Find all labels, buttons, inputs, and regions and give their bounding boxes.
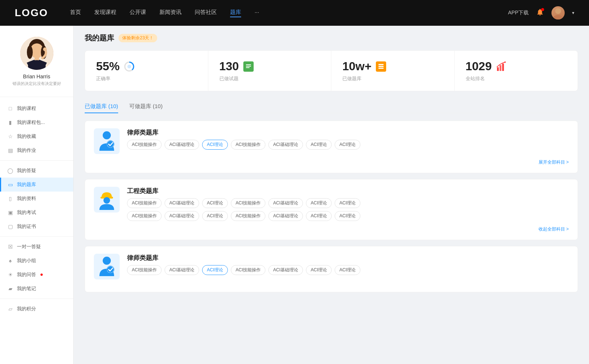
sidebar-item-course[interactable]: □ 我的课程 <box>0 101 73 115</box>
tag[interactable]: ACI技能操作 <box>127 198 162 208</box>
collapse-btn-engineer1[interactable]: 收起全部科目 > <box>539 226 569 232</box>
tag[interactable]: ACI基础理论 <box>268 265 303 275</box>
tags-row1-engineer1: ACI技能操作 ACI基础理论 ACI理论 ACI技能操作 ACI基础理论 AC… <box>127 198 569 208</box>
sidebar-item-label: 我的课程包... <box>17 119 45 126</box>
nav-home[interactable]: 首页 <box>70 9 81 17</box>
tag[interactable]: ACI技能操作 <box>127 140 162 150</box>
lawyer-figure-icon <box>96 130 117 152</box>
category-title-engineer1: 工程类题库 <box>127 187 569 195</box>
quiz-tabs: 已做题库 (10) 可做题库 (10) <box>85 100 578 113</box>
app-download-btn[interactable]: APP下载 <box>508 10 529 16</box>
stat-done-label: 已做试题 <box>219 75 320 82</box>
stat-accuracy: 55% 正确率 <box>85 51 208 91</box>
sidebar-item-note[interactable]: ▰ 我的笔记 <box>0 282 73 296</box>
category-card-engineer1: 工程类题库 ACI技能操作 ACI基础理论 ACI理论 ACI技能操作 ACI基… <box>85 179 578 240</box>
stats-row: 55% 正确率 130 <box>85 50 578 91</box>
sidebar-item-label: 我的收藏 <box>17 133 36 140</box>
header-right: APP下载 ▾ <box>508 6 574 19</box>
tab-done[interactable]: 已做题库 (10) <box>85 100 118 113</box>
tag[interactable]: ACI理论 <box>335 265 360 275</box>
layout: Brian Harris 错误的决定比没有决定要好 □ 我的课程 ▮ 我的课程包… <box>0 26 589 364</box>
sidebar-item-onetone[interactable]: ☒ 一对一答疑 <box>0 240 73 254</box>
sidebar-item-homework[interactable]: ▤ 我的作业 <box>0 143 73 157</box>
tag[interactable]: ACI理论 <box>306 198 332 208</box>
sidebar-item-exam[interactable]: ▣ 我的考试 <box>0 206 73 220</box>
points-icon: ▱ <box>7 306 13 312</box>
svg-rect-13 <box>246 64 251 65</box>
svg-rect-20 <box>500 65 501 71</box>
svg-point-9 <box>43 47 47 51</box>
tag[interactable]: ACI技能操作 <box>231 265 265 275</box>
sidebar-item-label: 我的资料 <box>17 195 36 202</box>
tag[interactable]: ACI基础理论 <box>268 198 303 208</box>
qa-icon: ☀ <box>7 272 13 278</box>
tag[interactable]: ACI技能操作 <box>231 140 265 150</box>
qa-notification-dot <box>40 274 43 276</box>
nav-opencourse[interactable]: 公开课 <box>130 9 146 17</box>
nav-quiz[interactable]: 题库 <box>230 9 241 17</box>
star-icon: ☆ <box>7 133 13 139</box>
sidebar-item-favorites[interactable]: ☆ 我的收藏 <box>0 129 73 143</box>
sidebar-item-group[interactable]: ♠ 我的小组 <box>0 254 73 268</box>
tag-active[interactable]: ACI理论 <box>202 265 228 275</box>
tag[interactable]: ACI技能操作 <box>231 198 265 208</box>
sidebar-item-label: 我的小组 <box>17 257 36 264</box>
tab-available[interactable]: 可做题库 (10) <box>129 100 163 113</box>
svg-rect-17 <box>378 66 384 67</box>
sidebar-item-cert[interactable]: ▢ 我的证书 <box>0 220 73 233</box>
tag[interactable]: ACI技能操作 <box>127 265 162 275</box>
svg-point-22 <box>504 61 506 63</box>
nav-news[interactable]: 新闻资讯 <box>159 9 181 17</box>
tag[interactable]: ACI基础理论 <box>268 140 303 150</box>
tag[interactable]: ACI理论 <box>335 211 360 221</box>
package-icon: ▮ <box>7 119 13 125</box>
tag[interactable]: ACI理论 <box>335 198 360 208</box>
tag[interactable]: ACI基础理论 <box>165 140 199 150</box>
tag[interactable]: ACI技能操作 <box>127 211 162 221</box>
tag[interactable]: ACI理论 <box>202 198 228 208</box>
notification-bell[interactable] <box>536 8 544 18</box>
sidebar-motto: 错误的决定比没有决定要好 <box>13 81 61 86</box>
sidebar-item-points[interactable]: ▱ 我的积分 <box>0 302 73 316</box>
sidebar-item-label: 我的答疑 <box>17 167 36 174</box>
tag[interactable]: ACI理论 <box>335 140 360 150</box>
tag[interactable]: ACI技能操作 <box>231 211 265 221</box>
stat-banks-label: 已做题库 <box>342 75 443 82</box>
logo: LOGO <box>15 7 48 19</box>
user-avatar[interactable] <box>551 6 565 19</box>
tag[interactable]: ACI基础理论 <box>165 211 199 221</box>
sidebar-item-qa[interactable]: ◯ 我的答疑 <box>0 164 73 178</box>
sidebar-item-myqa[interactable]: ☀ 我的问答 <box>0 268 73 282</box>
tag[interactable]: ACI理论 <box>202 211 228 221</box>
tag[interactable]: ACI理论 <box>306 211 332 221</box>
tag[interactable]: ACI基础理论 <box>165 265 199 275</box>
svg-rect-18 <box>378 68 384 69</box>
sidebar-item-data[interactable]: ▯ 我的资料 <box>0 192 73 206</box>
tag[interactable]: ACI基础理论 <box>165 198 199 208</box>
tag-active[interactable]: ACI理论 <box>202 140 228 150</box>
main-nav: 首页 发现课程 公开课 新闻资讯 问答社区 题库 ··· <box>70 9 508 17</box>
engineer-figure-icon <box>96 189 117 211</box>
note-icon: ▰ <box>7 286 13 292</box>
nav-more[interactable]: ··· <box>254 9 259 17</box>
nav-discover[interactable]: 发现课程 <box>94 9 116 17</box>
tag[interactable]: ACI理论 <box>306 265 332 275</box>
stat-done-banks: 10w+ 已做题库 <box>331 51 455 91</box>
user-dropdown-arrow[interactable]: ▾ <box>572 10 574 15</box>
svg-point-5 <box>27 46 33 59</box>
tag[interactable]: ACI理论 <box>306 140 332 150</box>
sidebar-item-label: 我的笔记 <box>17 285 36 292</box>
nav-qa[interactable]: 问答社区 <box>195 9 217 17</box>
svg-point-28 <box>103 257 111 265</box>
svg-point-23 <box>103 131 111 139</box>
sidebar-divider-2 <box>0 160 73 161</box>
stat-rank-label: 全站排名 <box>466 75 567 82</box>
sidebar-item-quiz[interactable]: ▭ 我的题库 <box>0 178 73 192</box>
sidebar-item-package[interactable]: ▮ 我的课程包... <box>0 115 73 129</box>
engineer-icon-wrap <box>94 187 120 213</box>
profile-image <box>20 37 53 70</box>
expand-btn-lawyer1[interactable]: 展开全部科目 > <box>539 159 569 165</box>
tag[interactable]: ACI基础理论 <box>268 211 303 221</box>
sidebar-item-label: 一对一答疑 <box>17 243 41 250</box>
sidebar-divider-3 <box>0 236 73 237</box>
